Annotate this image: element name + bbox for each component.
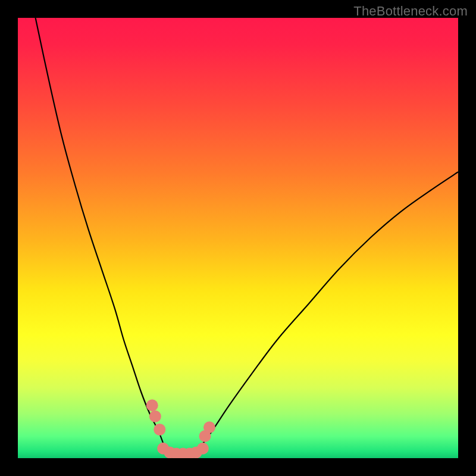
marker-group xyxy=(146,399,215,458)
data-marker xyxy=(203,421,215,433)
data-marker xyxy=(149,411,161,422)
watermark-text: TheBottleneck.com xyxy=(353,4,468,19)
curve-layer xyxy=(18,18,458,458)
curve-right-branch xyxy=(198,172,458,449)
plot-area xyxy=(18,18,458,458)
data-marker xyxy=(146,399,158,411)
curve-left-branch xyxy=(36,18,165,449)
chart-frame: TheBottleneck.com xyxy=(0,0,476,476)
data-marker xyxy=(197,443,209,455)
data-marker xyxy=(154,424,165,436)
